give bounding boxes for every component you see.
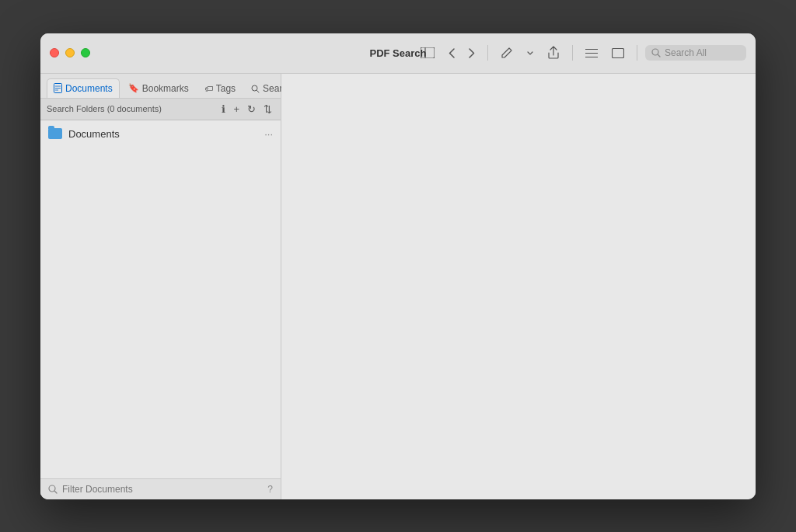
folder-icon — [48, 128, 62, 139]
folder-bar-actions: ℹ + ↻ ⇅ — [219, 103, 274, 116]
tab-documents-label: Documents — [65, 83, 113, 94]
sort-button[interactable]: ⇅ — [261, 103, 274, 116]
share-button[interactable] — [543, 43, 564, 63]
maximize-button[interactable] — [81, 48, 90, 57]
refresh-button[interactable]: ↻ — [245, 103, 258, 116]
more-options-button[interactable]: ··· — [264, 128, 273, 140]
edit-button[interactable] — [496, 43, 518, 62]
reader-button[interactable] — [607, 45, 629, 61]
back-button[interactable] — [444, 45, 459, 61]
sidebar: Documents 🔖 Bookmarks 🏷 Tags — [40, 74, 281, 499]
search-all-placeholder: Search All — [665, 47, 707, 58]
tags-tab-icon: 🏷 — [204, 84, 213, 93]
toolbar-controls: Search All — [416, 43, 746, 63]
search-all-icon — [651, 48, 661, 57]
content-area — [281, 74, 756, 499]
edit-dropdown-button[interactable] — [522, 48, 538, 58]
separator-1 — [487, 45, 488, 61]
documents-tab-icon — [54, 83, 62, 94]
tab-tags-label: Tags — [216, 83, 236, 94]
bookmarks-tab-icon: 🔖 — [128, 83, 139, 93]
svg-line-13 — [257, 90, 260, 92]
list-view-button[interactable] — [581, 45, 602, 61]
titlebar: PDF Search — [40, 33, 756, 74]
search-all-box[interactable]: Search All — [645, 45, 746, 61]
document-name: Documents — [68, 128, 258, 140]
separator-3 — [637, 45, 637, 61]
tab-documents[interactable]: Documents — [47, 78, 120, 98]
main-area: Documents 🔖 Bookmarks 🏷 Tags — [40, 74, 756, 499]
svg-point-6 — [652, 49, 658, 55]
filter-input[interactable] — [62, 484, 263, 495]
search-tab-icon — [251, 83, 260, 93]
info-button[interactable]: ℹ — [219, 103, 228, 116]
filter-search-icon — [48, 484, 58, 495]
tab-bookmarks[interactable]: 🔖 Bookmarks — [121, 78, 196, 98]
traffic-lights — [50, 48, 90, 57]
app-title: PDF Search — [370, 47, 427, 59]
tab-bar: Documents 🔖 Bookmarks 🏷 Tags — [40, 74, 281, 99]
folder-bar-label: Search Folders (0 documents) — [47, 104, 162, 113]
forward-button[interactable] — [464, 45, 480, 61]
folder-bar: Search Folders (0 documents) ℹ + ↻ ⇅ — [40, 99, 281, 120]
separator-2 — [572, 45, 573, 61]
app-window: PDF Search — [40, 33, 756, 499]
svg-point-12 — [252, 85, 257, 91]
close-button[interactable] — [50, 48, 59, 57]
tab-tags[interactable]: 🏷 Tags — [197, 78, 243, 98]
filter-help-button[interactable]: ? — [267, 484, 273, 495]
list-item[interactable]: Documents ··· — [40, 123, 281, 144]
svg-point-14 — [49, 485, 55, 492]
document-list: Documents ··· — [40, 120, 281, 478]
svg-line-15 — [55, 492, 58, 494]
svg-line-7 — [658, 55, 661, 57]
svg-rect-5 — [613, 48, 624, 57]
filter-bar: ? — [40, 478, 281, 499]
tab-bookmarks-label: Bookmarks — [142, 83, 189, 94]
add-folder-button[interactable]: + — [231, 103, 242, 116]
minimize-button[interactable] — [65, 48, 75, 57]
